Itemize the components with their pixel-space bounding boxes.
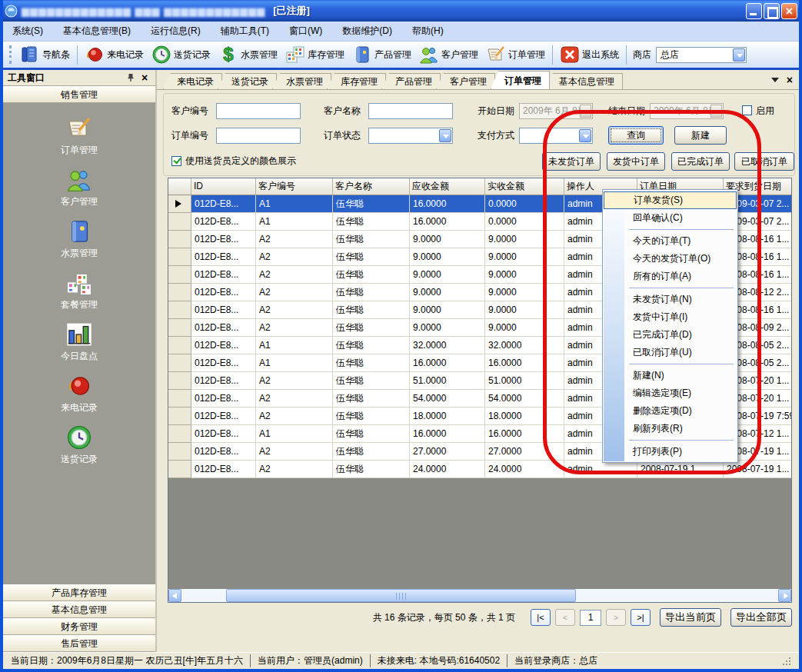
order-no-input[interactable] — [216, 128, 301, 144]
table-row[interactable]: 012D-E8... A2 伍华聪 24.0000 24.0000 admin … — [168, 461, 791, 478]
sidebar-item-daily-stocktake[interactable]: 今日盘点 — [61, 321, 98, 363]
sidebar-item-packages[interactable]: 套餐管理 — [61, 270, 98, 311]
enable-checkbox[interactable] — [742, 105, 752, 115]
tab-products[interactable]: 产品管理 — [381, 73, 441, 89]
scrollbar-thumb[interactable] — [226, 589, 576, 602]
customer-no-input[interactable] — [216, 103, 301, 119]
toolbar-inventory[interactable]: 库存管理 — [281, 43, 348, 66]
cell-id: 012D-E8... — [191, 284, 256, 301]
sidebar-item-call-records[interactable]: 来电记录 — [61, 373, 98, 414]
last-page-button[interactable]: >| — [631, 609, 651, 626]
column-header-receivable[interactable]: 应收金额 — [410, 178, 485, 195]
toolbar-orders[interactable]: 订单管理 — [482, 43, 549, 66]
sidebar-group-basic-info[interactable]: 基本信息管理 — [3, 601, 155, 618]
start-date-picker[interactable]: 2009年 6月 8日 — [519, 103, 593, 119]
sidebar-item-delivery-records[interactable]: 送货记录 — [61, 424, 98, 466]
close-icon[interactable] — [141, 73, 151, 82]
tab-water-tickets[interactable]: 水票管理 — [272, 73, 331, 89]
menu-item-all-orders[interactable]: 所有的订单(A) — [604, 268, 737, 285]
pay-method-combobox[interactable] — [519, 128, 593, 144]
completed-orders-button[interactable]: 已完成订单 — [671, 152, 730, 171]
end-date-picker[interactable]: 2009年 6月 8日 — [650, 103, 724, 119]
tab-close-icon[interactable]: × — [787, 75, 793, 85]
pin-icon[interactable] — [126, 73, 135, 82]
menu-item-print-list[interactable]: 打印列表(P) — [604, 443, 737, 461]
sidebar-group-sales[interactable]: 销售管理 — [3, 86, 155, 103]
chevron-down-icon[interactable] — [580, 105, 591, 118]
close-button[interactable] — [781, 3, 797, 19]
first-page-button[interactable]: |< — [531, 609, 551, 626]
shop-combobox[interactable]: 总店 — [656, 47, 747, 63]
menu-help[interactable]: 帮助(H) — [412, 25, 444, 38]
column-header-customer-name[interactable]: 客户名称 — [333, 178, 410, 195]
menu-item-delete-selected[interactable]: 删除选定项(D) — [604, 402, 737, 420]
toolbar-customers[interactable]: 客户管理 — [415, 43, 482, 66]
column-header-id[interactable]: ID — [191, 178, 256, 195]
sidebar-item-customers[interactable]: 客户管理 — [61, 167, 98, 208]
sidebar-group-finance[interactable]: 财务管理 — [3, 618, 155, 635]
unshipped-orders-button[interactable]: 未发货订单 — [542, 152, 601, 171]
chevron-down-icon[interactable] — [710, 105, 722, 118]
sidebar-item-water-tickets[interactable]: 水票管理 — [61, 218, 98, 260]
cancelled-orders-button[interactable]: 已取消订单 — [734, 152, 794, 171]
menu-aux-tools[interactable]: 辅助工具(T) — [221, 25, 269, 38]
delivery-color-checkbox[interactable] — [171, 156, 181, 166]
horizontal-scrollbar[interactable] — [168, 589, 791, 602]
tab-orders[interactable]: 订单管理 — [491, 71, 550, 89]
resize-grip-icon[interactable] — [782, 657, 791, 666]
toolbar-grip[interactable] — [9, 45, 13, 64]
page-number-input[interactable] — [580, 610, 601, 626]
menu-window[interactable]: 窗口(W) — [289, 25, 322, 38]
toolbar-nav-bar[interactable]: 导航条 — [16, 43, 74, 66]
menu-item-new[interactable]: 新建(N) — [604, 367, 737, 384]
shipping-orders-button[interactable]: 发货中订单 — [607, 152, 665, 171]
menu-item-completed-orders[interactable]: 已完成订单(D) — [604, 326, 737, 344]
tab-delivery-records[interactable]: 送货记录 — [218, 73, 277, 89]
toolbar-products[interactable]: 产品管理 — [348, 43, 415, 66]
menu-system[interactable]: 系统(S) — [12, 25, 43, 38]
sidebar-group-product-inventory[interactable]: 产品库存管理 — [3, 584, 155, 601]
menu-item-ship-order[interactable]: 订单发货(S) — [604, 191, 737, 209]
tab-list-dropdown-icon[interactable] — [771, 78, 779, 82]
menu-item-refresh-list[interactable]: 刷新列表(R) — [604, 420, 737, 437]
menu-item-confirm-return[interactable]: 回单确认(C) — [604, 209, 737, 227]
export-current-page-button[interactable]: 导出当前页 — [660, 608, 721, 627]
prev-page-button[interactable]: < — [555, 609, 575, 626]
menu-data-maintain[interactable]: 数据维护(D) — [342, 25, 392, 38]
tab-call-records[interactable]: 来电记录 — [163, 73, 222, 89]
column-header-received[interactable]: 实收金额 — [485, 178, 564, 195]
scroll-left-icon[interactable] — [168, 589, 181, 602]
column-header-customer-no[interactable]: 客户编号 — [256, 178, 333, 195]
tab-customers[interactable]: 客户管理 — [436, 73, 495, 89]
query-button[interactable]: 查询 — [608, 126, 664, 145]
maximize-button[interactable] — [764, 3, 780, 19]
toolbar-exit[interactable]: 退出系统 — [556, 43, 623, 66]
menu-basic-info[interactable]: 基本信息管理(B) — [63, 25, 131, 38]
next-page-button[interactable]: > — [606, 609, 626, 626]
menu-item-shipping-orders[interactable]: 发货中订单(I) — [604, 308, 737, 326]
tab-inventory[interactable]: 库存管理 — [327, 73, 386, 89]
cell-customer-no: A1 — [256, 213, 333, 231]
export-all-pages-button[interactable]: 导出全部页 — [730, 608, 792, 627]
menu-item-unshipped-orders[interactable]: 未发货订单(N) — [604, 291, 737, 308]
new-button[interactable]: 新建 — [674, 126, 727, 145]
chevron-down-icon[interactable] — [733, 48, 745, 62]
menu-item-cancelled-orders[interactable]: 已取消订单(U) — [604, 344, 737, 361]
menu-item-todays-shipped-orders[interactable]: 今天的发货订单(O) — [604, 250, 737, 268]
toolbar-call-records[interactable]: 来电记录 — [81, 43, 148, 66]
tab-basic-info[interactable]: 基本信息管理 — [545, 73, 623, 89]
sidebar-item-orders[interactable]: 订单管理 — [61, 115, 98, 157]
menu-item-edit-selected[interactable]: 编辑选定项(E) — [604, 384, 737, 402]
menu-run-info[interactable]: 运行信息(R) — [151, 25, 201, 38]
scroll-right-icon[interactable] — [778, 589, 791, 602]
menu-item-todays-orders[interactable]: 今天的订单(T) — [604, 232, 737, 250]
order-status-combobox[interactable] — [368, 128, 453, 144]
chevron-down-icon[interactable] — [439, 129, 451, 142]
toolbar-water-tickets[interactable]: $ 水票管理 — [215, 43, 281, 66]
chevron-down-icon[interactable] — [579, 129, 591, 142]
customer-name-input[interactable] — [368, 103, 453, 119]
toolbar-delivery-records[interactable]: 送货记录 — [148, 43, 215, 66]
sidebar-group-after-sales[interactable]: 售后管理 — [3, 635, 155, 652]
status-current-date: 当前日期：2009年6月8日星期一 农历己丑[牛]年五月十六 — [11, 654, 250, 667]
minimize-button[interactable] — [746, 3, 762, 19]
